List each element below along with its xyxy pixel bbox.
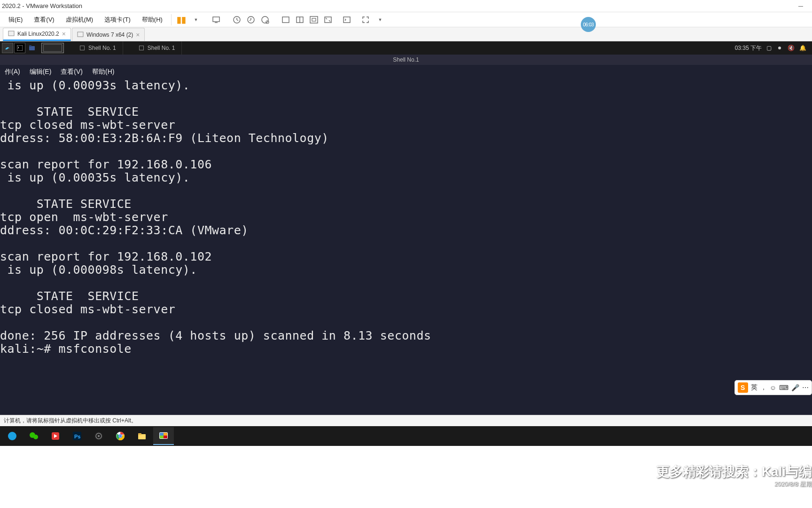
ime-toolbar[interactable]: S 英 ， ☺ ⌨ 🎤 ⋯	[734, 380, 812, 395]
vm-tab-kali[interactable]: Kali Linux2020.2 ×	[3, 28, 71, 41]
ime-mic-icon[interactable]: 🎤	[791, 384, 799, 391]
split-pane-icon	[296, 16, 304, 24]
minimize-button[interactable]: ─	[791, 0, 810, 12]
separator	[171, 14, 172, 25]
menu-tabs[interactable]: 选项卡(T)	[99, 12, 136, 27]
svg-rect-0	[213, 17, 219, 22]
kali-brightness-icon[interactable]	[776, 45, 783, 51]
taskbar-shell-1[interactable]: Shell No. 1	[73, 41, 123, 55]
ime-keyboard-icon[interactable]: ⌨	[779, 384, 789, 391]
red-app-icon	[51, 431, 60, 441]
fit-guest-icon	[310, 16, 318, 24]
term-menu-edit[interactable]: 编辑(E)	[25, 68, 56, 76]
close-icon[interactable]: ×	[62, 30, 66, 38]
menu-edit[interactable]: 辑(E)	[3, 12, 28, 27]
svg-rect-6	[282, 17, 289, 23]
svg-rect-10	[312, 18, 316, 21]
taskbar-vmware[interactable]	[153, 427, 174, 445]
terminal-output[interactable]: is up (0.00093s latency). STATE SERVICE …	[0, 79, 812, 356]
snapshot-manager-button[interactable]	[258, 13, 272, 27]
vm-icon	[8, 31, 15, 37]
terminal-window-title: Shell No.1	[0, 55, 812, 65]
svg-rect-37	[160, 436, 164, 438]
taskbar-photoshop[interactable]: Ps	[67, 427, 87, 445]
pause-button[interactable]: ▮▮	[174, 13, 188, 27]
ime-more-icon[interactable]: ⋯	[802, 384, 809, 391]
monitor-icon	[212, 16, 220, 24]
term-menu-action[interactable]: 作(A)	[0, 68, 25, 76]
workspace-switcher[interactable]	[41, 43, 64, 53]
taskbar-app-red[interactable]	[45, 427, 66, 445]
start-button[interactable]	[2, 427, 23, 445]
ime-punct-icon[interactable]: ，	[760, 383, 767, 392]
terminal-menu-bar: 作(A) 编辑(E) 查看(V) 帮助(H)	[0, 65, 812, 79]
menu-help[interactable]: 帮助(H)	[136, 12, 168, 27]
svg-rect-33	[138, 433, 141, 435]
svg-rect-16	[29, 46, 35, 50]
files-icon	[28, 44, 36, 52]
windows-taskbar: Ps	[0, 426, 812, 446]
window-icon	[139, 46, 144, 50]
svg-point-18	[778, 47, 781, 49]
kali-terminal-launcher[interactable]	[14, 43, 25, 53]
vmware-icon	[158, 430, 169, 441]
clock-manage-icon	[261, 16, 269, 24]
ime-lang[interactable]: 英	[751, 383, 757, 392]
view-fit-button[interactable]	[307, 13, 321, 27]
vm-icon	[77, 32, 84, 38]
taskbar-shell-2[interactable]: Shell No. 1	[133, 41, 182, 55]
kali-menu-button[interactable]	[2, 43, 13, 53]
kali-display-icon[interactable]: ▢	[766, 45, 772, 51]
window-icon	[80, 46, 85, 50]
taskbar-label: Shell No. 1	[148, 45, 175, 51]
window-title-bar: 2020.2 - VMware Workstation ─	[0, 0, 812, 12]
svg-rect-11	[325, 17, 331, 23]
fullscreen-button[interactable]	[359, 13, 373, 27]
fullscreen-dropdown[interactable]: ▼	[373, 13, 387, 27]
windows-icon	[8, 431, 17, 441]
kali-notification-icon[interactable]: 🔔	[799, 45, 806, 51]
chrome-icon	[116, 431, 125, 441]
view-single-button[interactable]	[279, 13, 293, 27]
vm-tab-label: Windows 7 x64 (2)	[86, 32, 133, 38]
view-stretch-button[interactable]	[321, 13, 335, 27]
sogou-icon[interactable]: S	[738, 382, 748, 393]
pause-dropdown[interactable]: ▼	[188, 13, 203, 27]
snapshot-button[interactable]	[230, 13, 244, 27]
vm-status-bar: 计算机，请将鼠标指针从虚拟机中移出或按 Ctrl+Alt。	[0, 415, 812, 426]
svg-rect-38	[164, 436, 167, 438]
term-menu-help[interactable]: 帮助(H)	[87, 68, 119, 76]
taskbar-obs[interactable]	[88, 427, 109, 445]
photoshop-icon: Ps	[72, 431, 82, 441]
close-icon[interactable]: ×	[136, 31, 140, 39]
kali-files-launcher[interactable]	[26, 43, 38, 53]
vm-tab-windows[interactable]: Windows 7 x64 (2) ×	[72, 28, 145, 41]
svg-text:Ps: Ps	[74, 434, 80, 439]
revert-snapshot-button[interactable]	[244, 13, 258, 27]
svg-rect-9	[310, 16, 318, 23]
svg-point-27	[98, 435, 100, 437]
term-menu-view[interactable]: 查看(V)	[56, 68, 87, 76]
window-title: 2020.2 - VMware Workstation	[2, 2, 82, 9]
wechat-icon	[29, 431, 39, 441]
menu-view[interactable]: 查看(V)	[28, 12, 60, 27]
menu-vm[interactable]: 虚拟机(M)	[60, 12, 99, 27]
svg-point-21	[33, 435, 38, 439]
svg-rect-13	[8, 31, 14, 36]
console-button[interactable]	[340, 13, 354, 27]
status-text: 计算机，请将鼠标指针从虚拟机中移出或按 Ctrl+Alt。	[4, 417, 137, 425]
timestamp-badge: 06:03	[581, 17, 596, 32]
ime-emoji-icon[interactable]: ☺	[770, 384, 776, 391]
taskbar-chrome[interactable]	[110, 427, 131, 445]
terminal-window[interactable]: 作(A) 编辑(E) 查看(V) 帮助(H) is up (0.00093s l…	[0, 65, 812, 415]
kali-volume-icon[interactable]: 🔇	[788, 45, 795, 51]
menu-bar: 辑(E) 查看(V) 虚拟机(M) 选项卡(T) 帮助(H) ▮▮ ▼ ▼	[0, 12, 812, 27]
kali-clock[interactable]: 03:35 下午	[735, 44, 762, 52]
watermark-date: 2020/8/8 星期	[774, 480, 812, 488]
taskbar-explorer[interactable]	[132, 427, 152, 445]
svg-rect-36	[164, 433, 167, 436]
taskbar-label: Shell No. 1	[88, 45, 116, 51]
view-split-button[interactable]	[293, 13, 307, 27]
send-ctrl-alt-del-button[interactable]	[209, 13, 223, 27]
taskbar-wechat[interactable]	[23, 427, 44, 445]
